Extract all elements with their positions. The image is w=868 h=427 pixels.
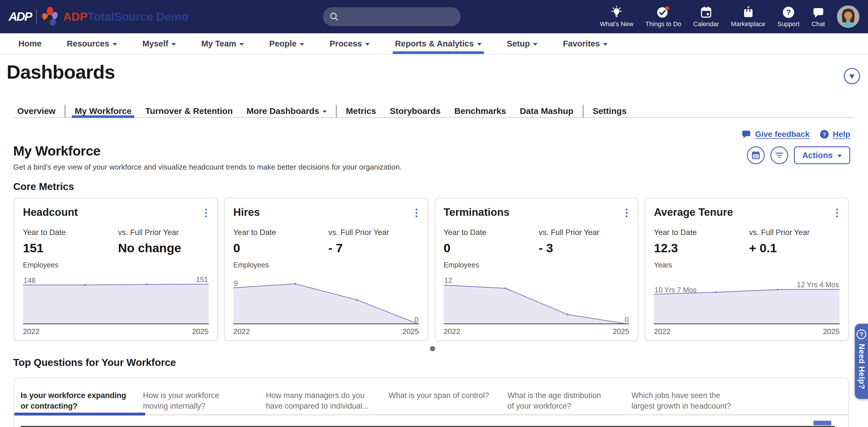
spark-baseline	[654, 323, 840, 324]
terminations-card: Terminations Year to Date 0 Employees vs…	[435, 198, 639, 341]
nav-item-process[interactable]: Process	[330, 33, 370, 54]
give-feedback-link[interactable]: Give feedback	[742, 130, 809, 139]
metric-unit: Employees	[234, 261, 329, 269]
tab-data-mashup[interactable]: Data Mashup	[513, 105, 580, 117]
hires-sparkline: 9 0	[234, 273, 419, 324]
search-icon	[329, 12, 339, 22]
question-circle-icon: ?	[782, 6, 795, 19]
axis-start-year: 2022	[23, 327, 40, 336]
compare-value: + 0.1	[749, 241, 840, 255]
metric-unit: Employees	[23, 261, 118, 269]
tab-benchmarks[interactable]: Benchmarks	[447, 105, 513, 117]
metric-value: 0	[444, 241, 539, 255]
brand-name-adp: ADP	[63, 10, 88, 23]
chevron-down-icon	[322, 110, 327, 113]
chat-button[interactable]: Chat	[812, 6, 825, 28]
question-tab-moving-internally[interactable]: How is your workforce moving internally?	[143, 390, 241, 412]
core-metrics-cards: Headcount Year to Date 151 Employees vs.…	[14, 198, 849, 341]
nav-item-my-team[interactable]: My Team	[201, 33, 244, 54]
top-questions-heading: Top Questions for Your Workforce	[13, 357, 176, 368]
need-help-tab[interactable]: ? Need Help?	[855, 324, 868, 399]
chevron-down-icon	[239, 43, 244, 45]
user-avatar[interactable]	[837, 5, 859, 28]
calendar-icon	[751, 151, 761, 160]
help-link[interactable]: ? Help	[820, 130, 850, 139]
tab-storyboards[interactable]: Storyboards	[383, 105, 447, 117]
period-label: Year to Date	[234, 228, 329, 237]
spark-start-label: 9	[234, 279, 238, 288]
lightbulb-icon	[611, 6, 622, 19]
filter-button[interactable]	[770, 146, 788, 164]
marketplace-label: Marketplace	[731, 21, 766, 28]
favorite-heart-button[interactable]: ♥	[844, 68, 860, 84]
tab-more-dashboards[interactable]: More Dashboards	[240, 105, 334, 117]
nav-item-people[interactable]: People	[269, 33, 304, 54]
nav-item-reports-analytics[interactable]: Reports & Analytics	[395, 33, 482, 54]
section-header: My Workforce Get a bird’s eye view of yo…	[13, 143, 402, 172]
spark-baseline	[23, 323, 209, 324]
need-help-label: Need Help?	[857, 344, 866, 389]
kebab-menu-icon[interactable]	[204, 206, 209, 220]
feedback-bubble-icon	[742, 130, 751, 139]
partial-link-fragment	[813, 421, 831, 425]
hires-card: Hires Year to Date 0 Employees vs. Full …	[224, 198, 428, 341]
shopping-bag-icon	[743, 6, 754, 19]
chevron-down-icon	[172, 43, 176, 45]
axis-end-year: 2025	[613, 327, 629, 336]
marketplace-button[interactable]: Marketplace	[731, 6, 766, 28]
support-button[interactable]: ? Support	[777, 6, 799, 28]
tab-metrics[interactable]: Metrics	[339, 105, 383, 117]
adp-logo: ADP	[9, 10, 32, 24]
question-tab-age-distribution[interactable]: What is the age distribution of your wor…	[507, 390, 607, 412]
spark-end-label: 12 Yrs 4 Mos	[797, 281, 839, 289]
kebab-menu-icon[interactable]	[414, 206, 419, 220]
nav-item-home[interactable]: Home	[19, 33, 42, 54]
nav-item-setup[interactable]: Setup	[507, 33, 538, 54]
compare-label: vs. Full Prior Year	[118, 228, 209, 237]
calendar-button[interactable]: Calendar	[693, 6, 719, 28]
kebab-menu-icon[interactable]	[624, 206, 629, 220]
search-input[interactable]	[343, 12, 454, 21]
date-range-button[interactable]	[747, 146, 765, 164]
top-bar-actions: What's New Things to Do	[600, 0, 859, 33]
section-description: Get a bird’s eye view of your workforce …	[13, 163, 402, 172]
question-tab-expanding-contracting[interactable]: Is your workforce expanding or contracti…	[21, 390, 135, 412]
nav-item-resources[interactable]: Resources	[67, 33, 117, 54]
global-search[interactable]	[323, 7, 461, 26]
chevron-down-icon	[477, 43, 482, 45]
axis-end-year: 2025	[823, 327, 840, 336]
active-question-indicator	[14, 413, 145, 416]
brand-area: ADP ADPTotalSource Demo	[9, 0, 188, 33]
spark-baseline	[234, 323, 419, 324]
whats-new-button[interactable]: What's New	[600, 6, 633, 28]
tab-turnover-retention[interactable]: Turnover & Retention	[138, 105, 239, 117]
calendar-label: Calendar	[693, 21, 719, 28]
question-tab-largest-growth[interactable]: Which jobs have seen the largest growth …	[631, 390, 744, 412]
chevron-down-icon	[113, 43, 117, 45]
spark-start-label: 12	[444, 276, 453, 285]
things-to-do-button[interactable]: Things to Do	[646, 6, 681, 28]
things-to-do-label: Things to Do	[646, 21, 681, 28]
tab-settings[interactable]: Settings	[586, 105, 633, 117]
carousel-dot[interactable]	[430, 346, 435, 351]
nav-item-favorites[interactable]: Favorites	[563, 33, 608, 54]
question-tab-span-of-control[interactable]: What is your span of control?	[389, 390, 495, 412]
check-circle-icon	[657, 6, 670, 19]
question-tab-managers-vs-individual[interactable]: How many managers do you have compared t…	[266, 390, 373, 412]
card-title: Hires	[234, 206, 260, 218]
heart-icon: ♥	[849, 71, 855, 81]
whats-new-label: What's New	[600, 21, 633, 28]
nav-item-myself[interactable]: Myself	[143, 33, 176, 54]
average-tenure-card: Average Tenure Year to Date 12.3 Years v…	[645, 198, 849, 341]
tab-overview[interactable]: Overview	[14, 105, 62, 117]
support-label: Support	[777, 21, 799, 28]
primary-nav: Home Resources Myself My Team People Pro…	[0, 33, 868, 55]
chevron-down-icon	[603, 43, 608, 45]
notification-badge	[665, 6, 669, 10]
question-circle-icon: ?	[857, 329, 866, 339]
section-actions: Actions	[747, 146, 850, 164]
tab-my-workforce[interactable]: My Workforce	[68, 105, 138, 117]
svg-text:?: ?	[786, 8, 791, 17]
kebab-menu-icon[interactable]	[834, 206, 840, 220]
actions-button[interactable]: Actions	[794, 146, 850, 164]
